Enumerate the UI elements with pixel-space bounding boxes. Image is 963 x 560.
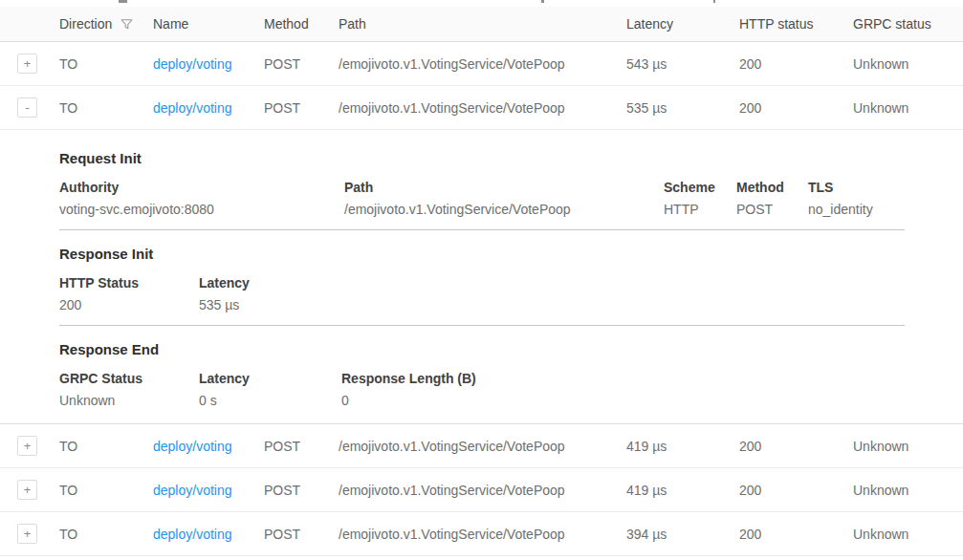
collapse-row-button[interactable]: - — [17, 97, 37, 118]
cell-direction: TO — [59, 56, 153, 72]
field-value: no_identity — [808, 202, 905, 217]
filter-icon[interactable] — [120, 18, 133, 31]
cell-latency: 535 µs — [626, 100, 739, 116]
resource-link[interactable]: deploy/voting — [153, 483, 232, 498]
expand-row-button[interactable]: + — [17, 480, 37, 500]
field-response-length: Response Length (B) 0 — [341, 371, 905, 408]
cell-grpc-status: Unknown — [853, 483, 963, 498]
cell-path: /emojivoto.v1.VotingService/VotePoop — [339, 56, 626, 72]
cell-method: POST — [264, 56, 339, 72]
header-direction: Direction — [59, 16, 153, 32]
cell-method: POST — [264, 439, 339, 454]
field-tls: TLS no_identity — [808, 180, 905, 217]
cell-http-status: 200 — [739, 483, 853, 498]
cell-grpc-status: Unknown — [853, 100, 963, 116]
resource-link[interactable]: deploy/voting — [153, 527, 232, 542]
cell-method: POST — [264, 483, 339, 498]
field-latency: Latency 535 µs — [199, 275, 905, 312]
field-authority: Authority voting-svc.emojivoto:8080 — [59, 180, 344, 217]
cell-direction: TO — [59, 439, 153, 454]
table-header-row: Direction Name Method Path Latency HTTP … — [0, 7, 963, 42]
table-row: + TO deploy/voting POST /emojivoto.v1.Vo… — [0, 512, 963, 556]
field-method: Method POST — [736, 180, 808, 217]
header-path: Path — [339, 16, 626, 32]
header-latency: Latency — [626, 16, 739, 32]
header-direction-label: Direction — [59, 16, 112, 32]
cell-grpc-status: Unknown — [853, 439, 963, 454]
header-http-status: HTTP status — [739, 16, 853, 32]
header-name: Name — [153, 16, 264, 32]
field-label: GRPC Status — [59, 371, 199, 386]
field-label: Response Length (B) — [341, 371, 905, 386]
cell-direction: TO — [59, 527, 153, 542]
cell-latency: 419 µs — [626, 483, 739, 498]
response-init-section: Response Init HTTP Status 200 Latency 53… — [59, 246, 905, 326]
cell-latency: 543 µs — [626, 56, 739, 72]
field-label: Path — [344, 180, 664, 195]
resource-link[interactable]: deploy/voting — [153, 439, 232, 454]
request-init-section: Request Init Authority voting-svc.emojiv… — [59, 150, 905, 230]
resource-link[interactable]: deploy/voting — [153, 56, 232, 72]
field-value: 0 — [341, 393, 905, 408]
cell-path: /emojivoto.v1.VotingService/VotePoop — [339, 483, 626, 498]
field-value: Unknown — [59, 393, 199, 408]
cell-grpc-status: Unknown — [853, 527, 963, 542]
field-label: Latency — [199, 275, 905, 291]
field-label: Latency — [199, 371, 341, 386]
field-label: TLS — [808, 180, 905, 195]
section-title: Response End — [59, 341, 905, 357]
field-value: voting-svc.emojivoto:8080 — [59, 202, 344, 217]
cell-direction: TO — [59, 483, 153, 498]
clipped-row-above — [0, 0, 963, 7]
field-label: Scheme — [664, 180, 736, 195]
cell-http-status: 200 — [739, 527, 853, 542]
request-detail-panel: Request Init Authority voting-svc.emojiv… — [0, 130, 963, 424]
field-value: /emojivoto.v1.VotingService/VotePoop — [344, 202, 664, 217]
cell-path: /emojivoto.v1.VotingService/VotePoop — [339, 439, 626, 454]
cell-method: POST — [264, 527, 339, 542]
expand-row-button[interactable]: + — [17, 436, 37, 456]
header-grpc-status: GRPC status — [853, 16, 963, 32]
field-value: 535 µs — [199, 297, 905, 312]
field-value: 200 — [59, 297, 199, 312]
cell-method: POST — [264, 100, 339, 116]
table-row: + TO deploy/voting POST /emojivoto.v1.Vo… — [0, 424, 963, 468]
cell-path: /emojivoto.v1.VotingService/VotePoop — [339, 100, 626, 116]
field-scheme: Scheme HTTP — [664, 180, 736, 217]
tap-table-page: Direction Name Method Path Latency HTTP … — [0, 0, 963, 560]
cell-http-status: 200 — [739, 56, 853, 72]
clipped-text-fragment — [713, 0, 715, 3]
expand-row-button[interactable]: + — [17, 524, 37, 544]
resource-link[interactable]: deploy/voting — [153, 100, 232, 116]
header-method: Method — [264, 16, 339, 32]
field-latency: Latency 0 s — [199, 371, 341, 408]
table-row: + TO deploy/voting POST /emojivoto.v1.Vo… — [0, 42, 963, 86]
field-label: Method — [736, 180, 808, 195]
cell-grpc-status: Unknown — [853, 56, 963, 72]
field-grpc-status: GRPC Status Unknown — [59, 371, 199, 408]
cell-path: /emojivoto.v1.VotingService/VotePoop — [339, 527, 626, 542]
clipped-text-fragment — [119, 0, 127, 3]
section-title: Request Init — [59, 150, 905, 166]
field-path: Path /emojivoto.v1.VotingService/VotePoo… — [344, 180, 664, 217]
field-value: HTTP — [664, 202, 736, 217]
cell-http-status: 200 — [739, 439, 853, 454]
table-row-expanded: - TO deploy/voting POST /emojivoto.v1.Vo… — [0, 86, 963, 130]
cell-latency: 419 µs — [626, 439, 739, 454]
field-label: Authority — [59, 180, 344, 195]
field-http-status: HTTP Status 200 — [59, 275, 199, 312]
clipped-text-fragment — [541, 0, 544, 3]
table-row: + TO deploy/voting POST /emojivoto.v1.Vo… — [0, 468, 963, 512]
field-value: 0 s — [199, 393, 341, 408]
field-value: POST — [736, 202, 808, 217]
cell-direction: TO — [59, 100, 153, 116]
cell-http-status: 200 — [739, 100, 853, 116]
expand-row-button[interactable]: + — [17, 54, 37, 74]
section-title: Response Init — [59, 246, 905, 262]
cell-latency: 394 µs — [626, 527, 739, 542]
response-end-section: Response End GRPC Status Unknown Latency… — [59, 341, 905, 423]
field-label: HTTP Status — [59, 275, 199, 291]
